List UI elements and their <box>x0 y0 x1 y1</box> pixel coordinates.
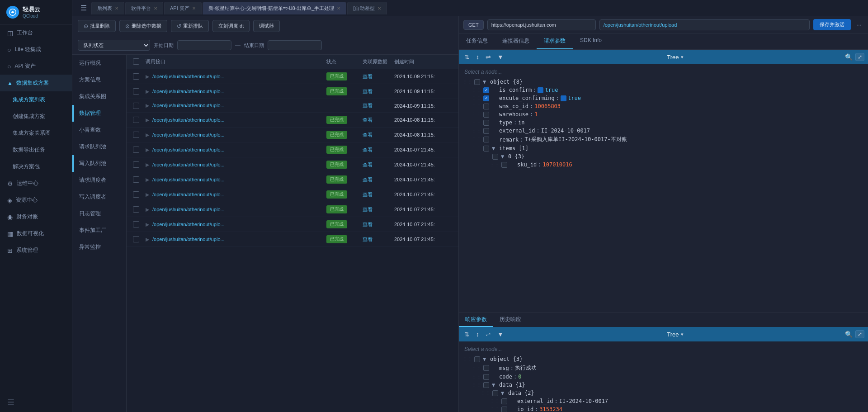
drag-handle[interactable]: ⋮⋮ <box>462 79 472 85</box>
resp-expand-all-icon[interactable]: ⇅ <box>462 330 472 339</box>
resp-sort-icon[interactable]: ↕ <box>474 330 481 339</box>
node-checkbox[interactable] <box>501 162 507 168</box>
node-checkbox[interactable] <box>483 374 489 380</box>
view-link[interactable]: 查看 <box>363 117 373 123</box>
menu-item-info[interactable]: 方案信息 <box>72 71 126 88</box>
menu-item-logs[interactable]: 日志管理 <box>72 205 126 222</box>
view-link[interactable]: 查看 <box>363 162 373 167</box>
tree-sort-icon[interactable]: ↕ <box>474 52 481 62</box>
row-checkbox[interactable] <box>133 132 139 138</box>
api-link[interactable]: /open/jushuitan/otherinout/uplo... <box>152 207 225 212</box>
api-link[interactable]: /open/jushuitan/otherinout/uplo... <box>152 103 225 108</box>
sidebar-item-package[interactable]: 解决方案包 <box>0 158 72 175</box>
tab-0-close[interactable]: ✕ <box>115 6 118 11</box>
tab-2[interactable]: API 资产 ✕ <box>164 2 202 14</box>
sidebar-item-api[interactable]: ○ API 资产 <box>0 58 72 75</box>
tab-3-close[interactable]: ✕ <box>337 6 340 11</box>
expand-icon[interactable]: ▼ <box>483 356 488 362</box>
btab-history[interactable]: 历史响应 <box>493 313 528 327</box>
drag-handle[interactable]: ⋮⋮ <box>472 137 481 142</box>
row-checkbox[interactable] <box>133 147 139 153</box>
play-icon[interactable]: ▶ <box>146 89 149 94</box>
more-btn[interactable]: ··· <box>854 19 863 30</box>
menu-item-req-pool[interactable]: 请求队列池 <box>72 138 126 155</box>
tab-3[interactable]: 新-领星结算中心-交易明细-赔偿单=>U8-出库单_手工处理 ✕ <box>203 2 347 14</box>
api-link[interactable]: /open/jushuitan/otherinout/uplo... <box>152 74 225 79</box>
row-checkbox[interactable] <box>133 221 139 227</box>
play-icon[interactable]: ▶ <box>146 132 149 137</box>
tab-4[interactable]: [自动差型 ✕ <box>347 2 387 14</box>
resp-tree-expand-icon[interactable]: ⤢ <box>855 330 864 338</box>
sidebar-item-relation[interactable]: 集成方案关系图 <box>0 125 72 142</box>
row-checkbox[interactable] <box>133 176 139 183</box>
menu-item-data[interactable]: 数据管理 <box>72 105 126 122</box>
sidebar-item-workspace[interactable]: ◫ 工作台 <box>0 24 72 41</box>
menu-item-check[interactable]: 小青查数 <box>72 122 126 138</box>
rtab-sdk[interactable]: SDK Info <box>573 33 609 49</box>
rtab-request-params[interactable]: 请求参数 <box>537 33 573 49</box>
view-link[interactable]: 查看 <box>363 74 373 79</box>
play-icon[interactable]: ▶ <box>146 162 149 167</box>
row-checkbox[interactable] <box>133 88 139 95</box>
sidebar-item-ops[interactable]: ⚙ 运维中心 <box>0 175 72 192</box>
sidebar-item-lite[interactable]: ○ Lite 轻集成 <box>0 41 72 58</box>
api-link[interactable]: /open/jushuitan/otherinout/uplo... <box>152 132 225 137</box>
tree-label-dropdown[interactable]: ▾ <box>681 54 684 60</box>
requeue-btn[interactable]: ↺ 重新排队 <box>171 20 209 32</box>
expand-icon[interactable]: ▼ <box>492 382 497 388</box>
view-link[interactable]: 查看 <box>363 192 373 197</box>
play-icon[interactable]: ▶ <box>146 237 149 242</box>
play-icon[interactable]: ▶ <box>146 103 149 108</box>
node-checkbox[interactable] <box>474 356 480 362</box>
node-checkbox[interactable] <box>483 382 489 388</box>
sidebar-item-list[interactable]: 集成方案列表 <box>0 91 72 108</box>
play-icon[interactable]: ▶ <box>146 177 149 182</box>
drag-handle[interactable]: ⋮⋮ <box>472 87 481 93</box>
menu-item-write-scheduler[interactable]: 写入调度者 <box>72 189 126 205</box>
delete-selected-btn[interactable]: ⊘ 删除选中数据 <box>119 20 167 32</box>
drag-handle[interactable]: ⋮⋮ <box>472 128 481 134</box>
node-checkbox[interactable] <box>501 398 507 404</box>
view-link[interactable]: 查看 <box>363 89 373 94</box>
row-checkbox[interactable] <box>133 236 139 242</box>
rtab-connector[interactable]: 连接器信息 <box>495 33 537 49</box>
node-checkbox[interactable] <box>483 365 489 371</box>
drag-handle[interactable]: ⋮⋮ <box>472 95 481 101</box>
row-checkbox[interactable] <box>133 191 139 198</box>
node-checkbox[interactable] <box>501 407 507 412</box>
node-checkbox[interactable]: ✓ <box>483 87 489 93</box>
row-checkbox[interactable] <box>133 206 139 213</box>
api-link[interactable]: /open/jushuitan/otherinout/uplo... <box>152 192 225 197</box>
tree-expand-icon[interactable]: ⤢ <box>855 53 864 61</box>
tree-expand-all-icon[interactable]: ⇅ <box>462 52 472 62</box>
tab-4-close[interactable]: ✕ <box>377 6 381 11</box>
node-checkbox[interactable] <box>492 154 498 160</box>
drag-handle[interactable]: ⋮⋮ <box>472 112 481 118</box>
sidebar-item-system[interactable]: ⊞ 系统管理 <box>0 242 72 259</box>
tab-1-close[interactable]: ✕ <box>154 6 157 11</box>
rtab-task-info[interactable]: 任务信息 <box>459 33 495 49</box>
play-icon[interactable]: ▶ <box>146 147 149 152</box>
sidebar-item-export[interactable]: 数据导出任务 <box>0 142 72 158</box>
play-icon[interactable]: ▶ <box>146 117 149 123</box>
start-date-input[interactable] <box>177 40 231 50</box>
node-checkbox[interactable] <box>483 112 489 118</box>
row-checkbox[interactable] <box>133 161 139 168</box>
tree-filter-icon[interactable]: ▼ <box>495 52 505 62</box>
sidebar-item-integration[interactable]: ▲ 数据集成方案 <box>0 75 72 91</box>
api-link[interactable]: /open/jushuitan/otherinout/uplo... <box>152 237 225 242</box>
node-checkbox[interactable] <box>483 120 489 126</box>
view-link[interactable]: 查看 <box>363 222 373 227</box>
menu-item-graph[interactable]: 集成关系图 <box>72 88 126 105</box>
tree-search-icon[interactable]: 🔍 <box>845 53 853 61</box>
view-link[interactable]: 查看 <box>363 147 373 152</box>
schedule-btn[interactable]: 立刻调度 dt <box>212 20 250 32</box>
debug-btn[interactable]: 调试器 <box>253 20 280 32</box>
api-link[interactable]: /open/jushuitan/otherinout/uplo... <box>152 147 225 152</box>
node-checkbox[interactable] <box>492 390 498 396</box>
drag-handle[interactable]: ⋮⋮ <box>462 356 472 362</box>
api-link[interactable]: /open/jushuitan/otherinout/uplo... <box>152 177 225 182</box>
resp-filter-icon[interactable]: ▼ <box>495 330 505 339</box>
api-link[interactable]: /open/jushuitan/otherinout/uplo... <box>152 89 225 94</box>
btab-response-params[interactable]: 响应参数 <box>459 313 493 327</box>
